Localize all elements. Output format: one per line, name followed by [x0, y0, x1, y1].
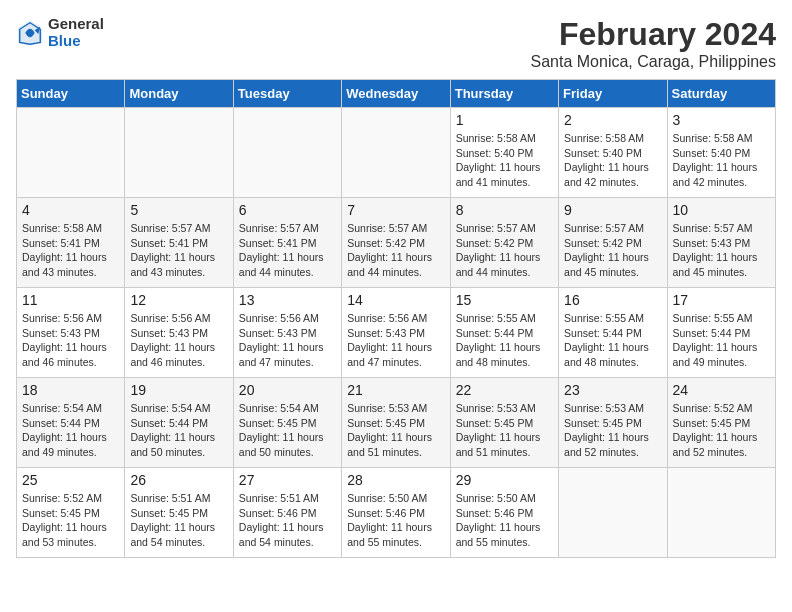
day-detail: Sunrise: 5:56 AM Sunset: 5:43 PM Dayligh… — [347, 311, 444, 370]
week-row-5: 25Sunrise: 5:52 AM Sunset: 5:45 PM Dayli… — [17, 468, 776, 558]
day-cell: 28Sunrise: 5:50 AM Sunset: 5:46 PM Dayli… — [342, 468, 450, 558]
main-title: February 2024 — [531, 16, 776, 53]
day-number: 29 — [456, 472, 553, 488]
day-number: 12 — [130, 292, 227, 308]
day-cell: 22Sunrise: 5:53 AM Sunset: 5:45 PM Dayli… — [450, 378, 558, 468]
header-wednesday: Wednesday — [342, 80, 450, 108]
day-number: 16 — [564, 292, 661, 308]
calendar-header: SundayMondayTuesdayWednesdayThursdayFrid… — [17, 80, 776, 108]
subtitle: Santa Monica, Caraga, Philippines — [531, 53, 776, 71]
day-detail: Sunrise: 5:55 AM Sunset: 5:44 PM Dayligh… — [456, 311, 553, 370]
day-detail: Sunrise: 5:52 AM Sunset: 5:45 PM Dayligh… — [673, 401, 770, 460]
day-number: 25 — [22, 472, 119, 488]
day-cell: 4Sunrise: 5:58 AM Sunset: 5:41 PM Daylig… — [17, 198, 125, 288]
day-detail: Sunrise: 5:57 AM Sunset: 5:42 PM Dayligh… — [564, 221, 661, 280]
header-tuesday: Tuesday — [233, 80, 341, 108]
day-number: 1 — [456, 112, 553, 128]
day-cell: 3Sunrise: 5:58 AM Sunset: 5:40 PM Daylig… — [667, 108, 775, 198]
day-cell: 27Sunrise: 5:51 AM Sunset: 5:46 PM Dayli… — [233, 468, 341, 558]
day-detail: Sunrise: 5:58 AM Sunset: 5:40 PM Dayligh… — [564, 131, 661, 190]
day-cell: 15Sunrise: 5:55 AM Sunset: 5:44 PM Dayli… — [450, 288, 558, 378]
day-number: 6 — [239, 202, 336, 218]
day-cell: 11Sunrise: 5:56 AM Sunset: 5:43 PM Dayli… — [17, 288, 125, 378]
day-number: 11 — [22, 292, 119, 308]
day-number: 4 — [22, 202, 119, 218]
logo-icon — [16, 19, 44, 47]
day-detail: Sunrise: 5:50 AM Sunset: 5:46 PM Dayligh… — [456, 491, 553, 550]
day-detail: Sunrise: 5:53 AM Sunset: 5:45 PM Dayligh… — [564, 401, 661, 460]
day-number: 20 — [239, 382, 336, 398]
day-detail: Sunrise: 5:56 AM Sunset: 5:43 PM Dayligh… — [239, 311, 336, 370]
day-cell: 20Sunrise: 5:54 AM Sunset: 5:45 PM Dayli… — [233, 378, 341, 468]
logo-blue-text: Blue — [48, 33, 104, 50]
logo: General Blue — [16, 16, 104, 49]
week-row-2: 4Sunrise: 5:58 AM Sunset: 5:41 PM Daylig… — [17, 198, 776, 288]
day-number: 19 — [130, 382, 227, 398]
day-detail: Sunrise: 5:51 AM Sunset: 5:45 PM Dayligh… — [130, 491, 227, 550]
header-saturday: Saturday — [667, 80, 775, 108]
header-friday: Friday — [559, 80, 667, 108]
day-detail: Sunrise: 5:57 AM Sunset: 5:43 PM Dayligh… — [673, 221, 770, 280]
page-header: General Blue February 2024 Santa Monica,… — [16, 16, 776, 71]
day-number: 28 — [347, 472, 444, 488]
week-row-1: 1Sunrise: 5:58 AM Sunset: 5:40 PM Daylig… — [17, 108, 776, 198]
day-number: 9 — [564, 202, 661, 218]
day-cell: 12Sunrise: 5:56 AM Sunset: 5:43 PM Dayli… — [125, 288, 233, 378]
day-detail: Sunrise: 5:57 AM Sunset: 5:42 PM Dayligh… — [456, 221, 553, 280]
day-number: 24 — [673, 382, 770, 398]
day-cell: 7Sunrise: 5:57 AM Sunset: 5:42 PM Daylig… — [342, 198, 450, 288]
day-detail: Sunrise: 5:56 AM Sunset: 5:43 PM Dayligh… — [22, 311, 119, 370]
day-number: 10 — [673, 202, 770, 218]
day-number: 3 — [673, 112, 770, 128]
day-cell — [667, 468, 775, 558]
day-detail: Sunrise: 5:52 AM Sunset: 5:45 PM Dayligh… — [22, 491, 119, 550]
day-detail: Sunrise: 5:54 AM Sunset: 5:44 PM Dayligh… — [22, 401, 119, 460]
header-monday: Monday — [125, 80, 233, 108]
day-detail: Sunrise: 5:57 AM Sunset: 5:41 PM Dayligh… — [130, 221, 227, 280]
day-number: 23 — [564, 382, 661, 398]
week-row-3: 11Sunrise: 5:56 AM Sunset: 5:43 PM Dayli… — [17, 288, 776, 378]
day-cell: 19Sunrise: 5:54 AM Sunset: 5:44 PM Dayli… — [125, 378, 233, 468]
day-cell: 21Sunrise: 5:53 AM Sunset: 5:45 PM Dayli… — [342, 378, 450, 468]
day-detail: Sunrise: 5:58 AM Sunset: 5:41 PM Dayligh… — [22, 221, 119, 280]
day-detail: Sunrise: 5:56 AM Sunset: 5:43 PM Dayligh… — [130, 311, 227, 370]
day-number: 5 — [130, 202, 227, 218]
day-detail: Sunrise: 5:57 AM Sunset: 5:42 PM Dayligh… — [347, 221, 444, 280]
day-cell: 13Sunrise: 5:56 AM Sunset: 5:43 PM Dayli… — [233, 288, 341, 378]
header-thursday: Thursday — [450, 80, 558, 108]
day-cell: 17Sunrise: 5:55 AM Sunset: 5:44 PM Dayli… — [667, 288, 775, 378]
day-number: 8 — [456, 202, 553, 218]
calendar-table: SundayMondayTuesdayWednesdayThursdayFrid… — [16, 79, 776, 558]
day-cell — [125, 108, 233, 198]
day-number: 21 — [347, 382, 444, 398]
day-cell: 10Sunrise: 5:57 AM Sunset: 5:43 PM Dayli… — [667, 198, 775, 288]
day-cell: 8Sunrise: 5:57 AM Sunset: 5:42 PM Daylig… — [450, 198, 558, 288]
logo-text: General Blue — [48, 16, 104, 49]
day-number: 27 — [239, 472, 336, 488]
day-number: 26 — [130, 472, 227, 488]
day-number: 14 — [347, 292, 444, 308]
day-cell — [233, 108, 341, 198]
day-cell: 1Sunrise: 5:58 AM Sunset: 5:40 PM Daylig… — [450, 108, 558, 198]
header-sunday: Sunday — [17, 80, 125, 108]
day-cell: 29Sunrise: 5:50 AM Sunset: 5:46 PM Dayli… — [450, 468, 558, 558]
day-number: 13 — [239, 292, 336, 308]
day-detail: Sunrise: 5:53 AM Sunset: 5:45 PM Dayligh… — [347, 401, 444, 460]
day-detail: Sunrise: 5:53 AM Sunset: 5:45 PM Dayligh… — [456, 401, 553, 460]
day-number: 22 — [456, 382, 553, 398]
day-cell: 6Sunrise: 5:57 AM Sunset: 5:41 PM Daylig… — [233, 198, 341, 288]
day-cell: 23Sunrise: 5:53 AM Sunset: 5:45 PM Dayli… — [559, 378, 667, 468]
day-cell: 24Sunrise: 5:52 AM Sunset: 5:45 PM Dayli… — [667, 378, 775, 468]
day-number: 18 — [22, 382, 119, 398]
day-cell: 2Sunrise: 5:58 AM Sunset: 5:40 PM Daylig… — [559, 108, 667, 198]
day-detail: Sunrise: 5:54 AM Sunset: 5:45 PM Dayligh… — [239, 401, 336, 460]
day-detail: Sunrise: 5:51 AM Sunset: 5:46 PM Dayligh… — [239, 491, 336, 550]
day-cell: 9Sunrise: 5:57 AM Sunset: 5:42 PM Daylig… — [559, 198, 667, 288]
day-cell: 14Sunrise: 5:56 AM Sunset: 5:43 PM Dayli… — [342, 288, 450, 378]
day-detail: Sunrise: 5:55 AM Sunset: 5:44 PM Dayligh… — [564, 311, 661, 370]
day-number: 17 — [673, 292, 770, 308]
title-block: February 2024 Santa Monica, Caraga, Phil… — [531, 16, 776, 71]
day-cell: 26Sunrise: 5:51 AM Sunset: 5:45 PM Dayli… — [125, 468, 233, 558]
day-detail: Sunrise: 5:50 AM Sunset: 5:46 PM Dayligh… — [347, 491, 444, 550]
day-detail: Sunrise: 5:58 AM Sunset: 5:40 PM Dayligh… — [456, 131, 553, 190]
